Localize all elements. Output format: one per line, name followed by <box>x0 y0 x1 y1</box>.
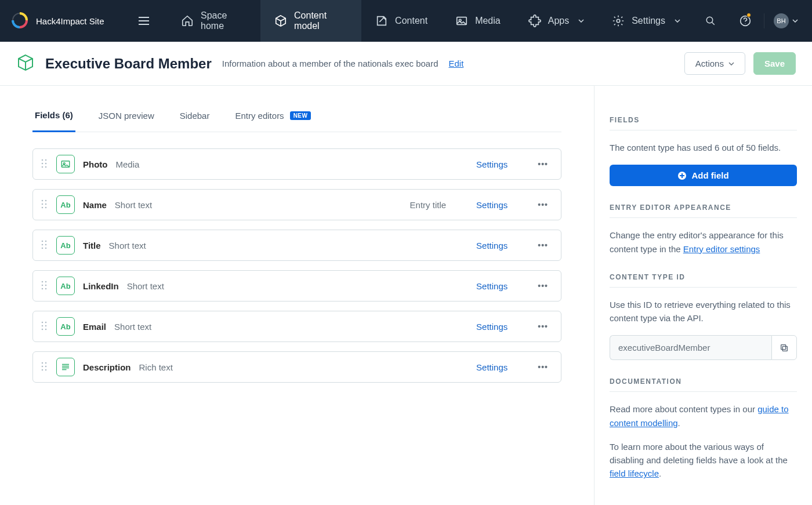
svg-point-14 <box>42 199 44 201</box>
field-type: Short text <box>115 200 152 210</box>
field-settings-link[interactable]: Settings <box>476 200 507 210</box>
text-fragment: To learn more about the various ways of … <box>610 442 788 465</box>
add-field-button[interactable]: Add field <box>610 165 797 186</box>
content-type-id-input[interactable] <box>610 335 771 360</box>
help-button[interactable] <box>729 0 762 42</box>
text-fragment: . <box>659 468 661 478</box>
nav-space-home[interactable]: Space home <box>167 0 260 42</box>
field-row: AbTitleShort textSettings••• <box>32 230 561 261</box>
field-type-icon: Ab <box>56 195 75 214</box>
field-type: Rich text <box>139 362 173 372</box>
svg-point-25 <box>45 247 47 249</box>
svg-point-6 <box>42 159 44 161</box>
svg-point-27 <box>45 281 47 282</box>
user-menu[interactable]: BH <box>764 13 807 28</box>
field-more-button[interactable]: ••• <box>534 159 552 169</box>
svg-point-24 <box>42 247 44 249</box>
content-type-icon <box>16 53 35 74</box>
field-settings-link[interactable]: Settings <box>476 362 507 372</box>
drag-handle[interactable] <box>40 281 48 292</box>
button-label: Actions <box>695 59 724 68</box>
field-row: AbEmailShort textSettings••• <box>32 311 561 342</box>
nav-settings[interactable]: Settings <box>598 0 694 42</box>
svg-point-8 <box>42 162 44 164</box>
tab-sidebar[interactable]: Sidebar <box>177 100 212 132</box>
field-row: DescriptionRich textSettings••• <box>32 351 561 383</box>
fields-heading: FIELDS <box>610 116 797 130</box>
field-more-button[interactable]: ••• <box>534 362 552 372</box>
svg-point-7 <box>45 159 47 161</box>
body: Fields (6) JSON preview Sidebar Entry ed… <box>0 86 812 505</box>
svg-point-9 <box>45 162 47 164</box>
nav-content-model[interactable]: Content model <box>260 0 361 42</box>
id-text: Use this ID to retrieve everything relat… <box>610 298 797 325</box>
drag-handle[interactable] <box>40 199 48 210</box>
drag-handle[interactable] <box>40 321 48 332</box>
svg-point-36 <box>42 328 44 330</box>
drag-handle[interactable] <box>40 362 48 373</box>
nav-media[interactable]: Media <box>441 0 514 42</box>
field-name: Description <box>83 362 131 372</box>
svg-point-39 <box>45 362 47 364</box>
nav-content[interactable]: Content <box>361 0 441 42</box>
tab-entry-editors[interactable]: Entry editors NEW <box>233 100 313 132</box>
svg-rect-46 <box>781 344 786 349</box>
tab-json-preview[interactable]: JSON preview <box>96 100 157 132</box>
puzzle-icon <box>528 14 541 27</box>
logo <box>12 12 28 30</box>
tab-fields[interactable]: Fields (6) <box>32 100 75 132</box>
nav-label: Settings <box>632 16 665 26</box>
gear-icon <box>612 14 625 27</box>
entry-editor-settings-link[interactable]: Entry editor settings <box>683 244 760 254</box>
chevron-down-icon <box>578 19 584 23</box>
svg-point-38 <box>42 362 44 364</box>
svg-point-23 <box>45 244 47 245</box>
edit-description-link[interactable]: Edit <box>449 59 464 68</box>
page-title: Executive Board Member <box>45 56 212 72</box>
chevron-down-icon <box>792 19 798 23</box>
svg-point-40 <box>42 365 44 367</box>
tab-label: JSON preview <box>99 111 154 121</box>
home-icon <box>181 14 194 27</box>
field-row: AbNameShort textEntry titleSettings••• <box>32 189 561 220</box>
field-more-button[interactable]: ••• <box>534 322 552 331</box>
fields-usage-text: The content type has used 6 out of 50 fi… <box>610 141 797 154</box>
field-type-icon <box>56 358 75 376</box>
appearance-section: ENTRY EDITOR APPEARANCE Change the entry… <box>610 204 797 256</box>
field-name: Name <box>83 200 107 210</box>
tabs: Fields (6) JSON preview Sidebar Entry ed… <box>32 100 561 132</box>
copy-icon <box>780 343 789 353</box>
nav-apps[interactable]: Apps <box>514 0 598 42</box>
field-row: AbLinkedInShort textSettings••• <box>32 270 561 301</box>
plus-circle-icon <box>677 171 687 180</box>
id-heading: CONTENT TYPE ID <box>610 273 797 288</box>
field-type: Short text <box>127 281 164 291</box>
field-settings-link[interactable]: Settings <box>476 322 507 332</box>
menu-toggle-button[interactable] <box>132 9 155 32</box>
field-more-button[interactable]: ••• <box>534 200 552 209</box>
search-button[interactable] <box>694 0 727 42</box>
header-actions: Actions Save <box>684 52 796 75</box>
field-type-icon: Ab <box>56 236 75 255</box>
copy-id-button[interactable] <box>771 335 797 360</box>
field-lifecycle-link[interactable]: field lifecycle <box>610 468 659 478</box>
drag-handle[interactable] <box>40 159 48 170</box>
avatar: BH <box>774 13 789 28</box>
svg-point-20 <box>42 240 44 242</box>
field-more-button[interactable]: ••• <box>534 241 552 250</box>
pencil-note-icon <box>375 14 388 27</box>
actions-button[interactable]: Actions <box>684 52 745 75</box>
notification-dot <box>746 13 751 17</box>
save-button[interactable]: Save <box>753 52 796 75</box>
field-settings-link[interactable]: Settings <box>476 241 507 250</box>
nav-label: Content model <box>294 10 347 31</box>
documentation-section: DOCUMENTATION Read more about content ty… <box>610 377 797 480</box>
media-icon <box>455 14 468 27</box>
drag-handle[interactable] <box>40 240 48 251</box>
field-settings-link[interactable]: Settings <box>476 159 507 169</box>
topbar: Hack4Impact Site Space home Content mode… <box>0 0 812 42</box>
hamburger-icon <box>139 17 149 25</box>
appearance-text: Change the entry editor's appearance for… <box>610 228 797 256</box>
field-settings-link[interactable]: Settings <box>476 281 507 291</box>
field-more-button[interactable]: ••• <box>534 281 552 290</box>
